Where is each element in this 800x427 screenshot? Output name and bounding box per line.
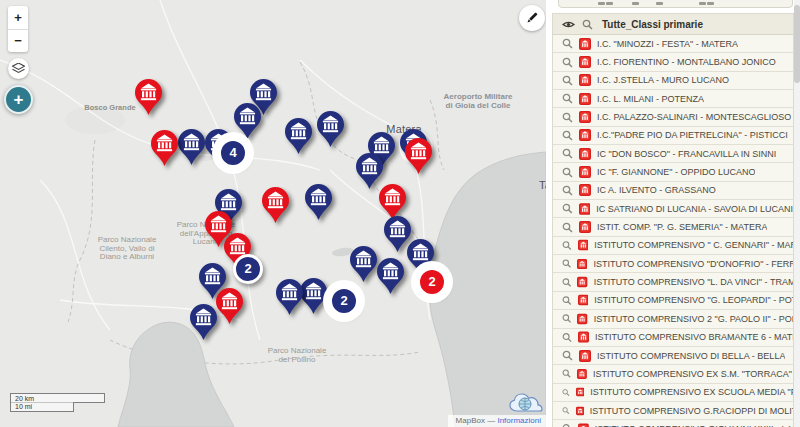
zoom-to-icon[interactable] [562,240,572,251]
layer-row[interactable]: I.C. FIORENTINO - MONTALBANO JONICO [553,53,793,71]
zoom-to-icon[interactable] [562,295,572,306]
zoom-to-icon[interactable] [562,423,572,427]
map-pin-school-red[interactable] [405,138,432,174]
layer-group-title: Tutte_Classi primarie [600,19,703,30]
zoom-to-icon[interactable] [562,130,573,141]
layer-row[interactable]: IC A. ILVENTO - GRASSANO [553,182,793,200]
map-pin-school-blue[interactable] [305,184,332,220]
layer-row[interactable]: I.C. PALAZZO-SALINARI - MONTESCAGLIOSO [553,108,793,126]
layer-row[interactable]: ISTITUTO COMPRENSIVO "L. DA VINCI" - TRA… [553,273,793,291]
zoom-to-icon[interactable] [562,332,572,343]
map-pin-school-blue[interactable] [285,118,312,154]
school-layer-icon [578,331,589,343]
layer-row[interactable]: ISTITUTO COMPRENSIVO GIOVANNI XXIII - LA… [553,420,793,427]
layer-row[interactable]: ISTITUTO COMPRENSIVO BRAMANTE 6 - MATERA [553,329,793,347]
map-pin-school-red[interactable] [379,184,406,220]
school-layer-icon [578,239,589,251]
zoom-to-icon[interactable] [562,405,570,416]
zoom-to-icon[interactable] [562,387,570,398]
add-button[interactable]: + [4,85,33,114]
layer-row-label: ISTITUTO COMPRENSIVO "L. DA VINCI" - TRA… [594,277,793,287]
map-pin-school-red[interactable] [151,130,178,166]
layer-row[interactable]: ISTITUTO COMPRENSIVO DI BELLA - BELLA [553,347,793,365]
layer-row[interactable]: ISTITUTO COMPRENSIVO EX S.M. "TORRACA" -… [553,365,793,383]
school-layer-icon [579,56,591,68]
school-layer-icon [579,148,591,160]
zoom-to-layer-icon[interactable] [582,19,593,30]
toolbar-icon-stub [699,2,706,5]
map-pin-school-red[interactable] [262,187,289,223]
layer-row[interactable]: IC SATRIANO DI LUCANIA - SAVOIA DI LUCAN… [553,200,793,218]
zoom-to-icon[interactable] [562,368,571,379]
school-layer-icon [579,203,591,215]
school-layer-icon [577,368,587,380]
school-layer-icon [579,166,591,178]
attribution-brand: MapBox [456,416,485,425]
map-pin-school-blue[interactable] [234,103,261,139]
toolbar-icon-stub [632,2,639,5]
zoom-in-button[interactable]: + [8,6,28,29]
zoom-to-icon[interactable] [562,222,573,233]
layer-row-label: ISTITUTO COMPRENSIVO "G. LEOPARDI" - POT… [594,295,793,305]
cluster-marker[interactable]: 2 [329,286,359,316]
layer-rows-list: I.C. "MINOZZI - FESTA" - MATERA I.C. FIO… [553,35,793,427]
zoom-to-icon[interactable] [562,167,573,178]
attribution-info-link[interactable]: Informazioni [497,416,541,425]
layer-row[interactable]: I.C. "MINOZZI - FESTA" - MATERA [553,35,793,53]
zoom-to-icon[interactable] [562,75,573,86]
edit-pencil-button[interactable] [519,5,545,31]
cluster-marker[interactable]: 4 [218,138,248,168]
map-pin-school-blue[interactable] [190,304,217,340]
school-layer-icon [577,276,587,288]
layer-row-label: ISTITUTO COMPRENSIVO EX S.M. "TORRACA" -… [593,369,793,379]
zoom-to-icon[interactable] [562,203,573,214]
layer-row[interactable]: ISTIT. COMP. "P. G. SEMERIA" - MATERA [553,218,793,236]
zoom-to-icon[interactable] [562,185,573,196]
school-layer-icon [579,93,591,105]
map-pin-school-red[interactable] [135,79,162,115]
panel-scrollbar[interactable] [794,0,800,427]
map-pin-school-blue[interactable] [300,278,327,314]
map-pin-school-blue[interactable] [178,129,205,165]
zoom-to-icon[interactable] [562,313,571,324]
layer-row[interactable]: ISTITUTO COMPRENSIVO 2 "G. PAOLO II" - P… [553,310,793,328]
scrollbar-thumb[interactable] [794,5,800,83]
layer-row[interactable]: I.C. J.STELLA - MURO LUCANO [553,72,793,90]
map-pin-school-blue[interactable] [276,279,303,315]
cluster-marker[interactable]: 2 [417,267,447,297]
school-layer-icon [576,386,584,398]
visibility-eye-icon[interactable] [562,20,575,29]
layer-row[interactable]: IC "DON BOSCO" - FRANCAVILLA IN SINNI [553,145,793,163]
layer-group-header[interactable]: Tutte_Classi primarie [553,14,793,35]
map-pin-school-blue[interactable] [350,246,377,282]
layer-row[interactable]: ISTITUTO COMPRENSIVO "G. LEOPARDI" - POT… [553,292,793,310]
map-pin-school-red[interactable] [216,288,243,324]
zoom-to-icon[interactable] [562,38,573,49]
school-layer-icon [579,38,591,50]
layer-row[interactable]: I.C. L. MILANI - POTENZA [553,90,793,108]
layer-row-label: ISTITUTO COMPRENSIVO G.RACIOPPI DI MOLIT… [590,406,793,416]
layer-row[interactable]: ISTITUTO COMPRENSIVO " C. GENNARI" - MAR… [553,237,793,255]
layer-row-label: I.C. "MINOZZI - FESTA" - MATERA [597,39,738,49]
map-pin-school-blue[interactable] [317,111,344,147]
zoom-to-icon[interactable] [562,57,573,68]
zoom-to-icon[interactable] [562,258,571,269]
zoom-to-icon[interactable] [562,350,573,361]
zoom-to-icon[interactable] [562,277,571,288]
layer-row[interactable]: ISTITUTO COMPRENSIVO G.RACIOPPI DI MOLIT… [553,402,793,420]
zoom-to-icon[interactable] [562,148,573,159]
cluster-marker[interactable]: 2 [233,254,263,284]
zoom-out-button[interactable]: − [8,30,28,53]
zoom-to-icon[interactable] [562,93,573,104]
zoom-to-icon[interactable] [562,112,573,123]
basemap-layers-button[interactable] [8,58,29,79]
layer-row-label: IC SATRIANO DI LUCANIA - SAVOIA DI LUCAN… [596,204,793,214]
layer-row[interactable]: I.C."PADRE PIO DA PIETRELCINA" - PISTICC… [553,127,793,145]
map-pin-school-blue[interactable] [377,258,404,294]
map-canvas[interactable]: Bosco GrandeMateraTarAeroporto Militared… [0,0,546,427]
toolbar-icon-stub [606,2,613,5]
cloud-globe-logo[interactable] [508,391,544,414]
layer-row[interactable]: ISTITUTO COMPRENSIVO "D'ONOFRIO" - FERRA… [553,255,793,273]
layer-row[interactable]: IC "F. GIANNONE" - OPPIDO LUCANO [553,163,793,181]
layer-row[interactable]: ISTITUTO COMPRENSIVO EX SCUOLA MEDIA "PA… [553,384,793,402]
